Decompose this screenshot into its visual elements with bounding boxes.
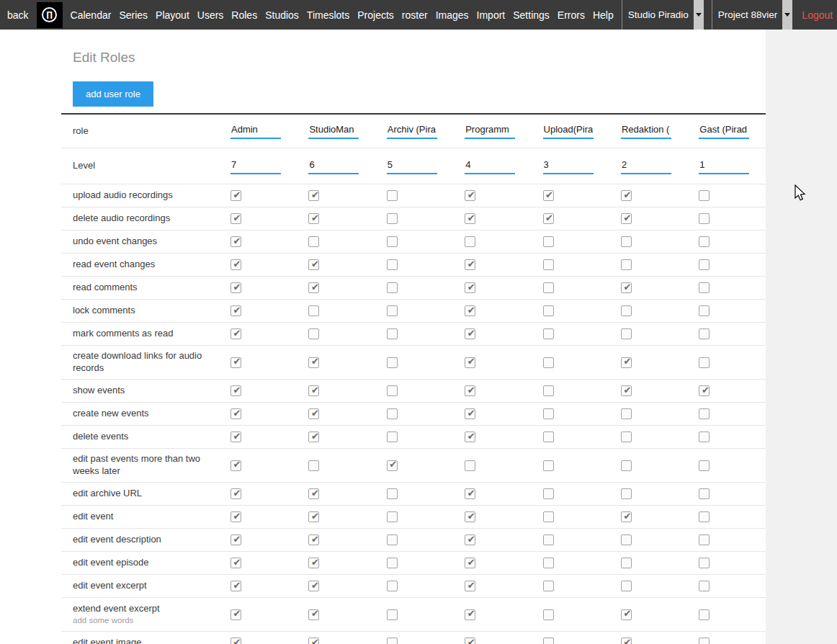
- permission-checkbox-col4[interactable]: ✔: [465, 408, 475, 419]
- permission-checkbox-col2[interactable]: ✔: [308, 259, 319, 270]
- permission-checkbox-col2[interactable]: ✔: [308, 511, 319, 522]
- role-level-input-3[interactable]: [387, 158, 437, 174]
- role-name-input-5[interactable]: [543, 123, 594, 139]
- permission-checkbox-col6[interactable]: ✔: [621, 357, 632, 368]
- permission-checkbox-col3[interactable]: [387, 190, 398, 201]
- permission-checkbox-col6[interactable]: [621, 558, 632, 568]
- permission-checkbox-col6[interactable]: [621, 488, 632, 499]
- role-level-input-5[interactable]: [543, 158, 594, 174]
- permission-checkbox-col4[interactable]: ✔: [465, 558, 475, 568]
- logout-link[interactable]: Logout: [802, 9, 833, 21]
- permission-checkbox-col7[interactable]: [699, 431, 710, 442]
- permission-checkbox-col5[interactable]: [543, 236, 554, 247]
- nav-item-projects[interactable]: Projects: [357, 9, 394, 21]
- permission-checkbox-col1[interactable]: ✔: [230, 535, 241, 545]
- permission-checkbox-col4[interactable]: ✔: [465, 535, 475, 545]
- permission-checkbox-col4[interactable]: ✔: [465, 213, 475, 224]
- role-name-input-3[interactable]: [387, 123, 437, 139]
- permission-checkbox-col4[interactable]: ✔: [465, 357, 475, 368]
- permission-checkbox-col7[interactable]: [699, 328, 710, 339]
- permission-checkbox-col7[interactable]: [699, 190, 710, 201]
- permission-checkbox-col5[interactable]: [543, 328, 554, 339]
- permission-checkbox-col7[interactable]: [699, 282, 710, 293]
- role-name-input-6[interactable]: [621, 123, 671, 139]
- permission-checkbox-col2[interactable]: ✔: [308, 581, 319, 591]
- project-select[interactable]: Project 88vier: [712, 0, 793, 30]
- permission-checkbox-col3[interactable]: [387, 328, 398, 339]
- permission-checkbox-col4[interactable]: [465, 236, 475, 247]
- permission-checkbox-col3[interactable]: [387, 305, 398, 316]
- permission-checkbox-col7[interactable]: [699, 236, 710, 247]
- permission-checkbox-col4[interactable]: ✔: [465, 328, 475, 339]
- permission-checkbox-col5[interactable]: [543, 609, 554, 620]
- nav-item-series[interactable]: Series: [119, 9, 148, 21]
- permission-checkbox-col6[interactable]: ✔: [621, 511, 632, 522]
- permission-checkbox-col1[interactable]: ✔: [230, 581, 241, 591]
- back-button[interactable]: back: [7, 9, 29, 21]
- permission-checkbox-col4[interactable]: ✔: [465, 638, 475, 644]
- permission-checkbox-col2[interactable]: [308, 328, 319, 339]
- add-user-role-button[interactable]: add user role: [73, 81, 153, 107]
- permission-checkbox-col3[interactable]: [387, 357, 398, 368]
- permission-checkbox-col2[interactable]: ✔: [308, 408, 319, 419]
- role-name-input-1[interactable]: [230, 123, 281, 139]
- permission-checkbox-col5[interactable]: [543, 385, 554, 396]
- permission-checkbox-col7[interactable]: [699, 558, 710, 568]
- role-level-input-4[interactable]: [465, 158, 515, 174]
- permission-checkbox-col2[interactable]: ✔: [308, 282, 319, 293]
- permission-checkbox-col2[interactable]: ✔: [308, 385, 319, 396]
- permission-checkbox-col5[interactable]: [543, 431, 554, 442]
- permission-checkbox-col5[interactable]: [543, 282, 554, 293]
- role-name-input-7[interactable]: [699, 123, 749, 139]
- project-select-arrow-strip[interactable]: [782, 0, 792, 30]
- permission-checkbox-col4[interactable]: ✔: [465, 259, 475, 270]
- permission-checkbox-col1[interactable]: ✔: [230, 190, 241, 201]
- nav-item-import[interactable]: Import: [477, 9, 506, 21]
- permission-checkbox-col1[interactable]: ✔: [230, 305, 241, 316]
- permission-checkbox-col2[interactable]: ✔: [308, 535, 319, 545]
- permission-checkbox-col1[interactable]: ✔: [230, 328, 241, 339]
- role-level-input-1[interactable]: [230, 158, 281, 174]
- permission-checkbox-col7[interactable]: [699, 511, 710, 522]
- studio-select[interactable]: Studio Piradio: [622, 0, 704, 30]
- permission-checkbox-col1[interactable]: ✔: [230, 259, 241, 270]
- permission-checkbox-col4[interactable]: ✔: [465, 305, 475, 316]
- permission-checkbox-col6[interactable]: [621, 328, 632, 339]
- permission-checkbox-col5[interactable]: [543, 488, 554, 499]
- permission-checkbox-col2[interactable]: ✔: [308, 488, 319, 499]
- role-level-input-6[interactable]: [621, 158, 671, 174]
- nav-item-timeslots[interactable]: Timeslots: [307, 9, 349, 21]
- permission-checkbox-col7[interactable]: [699, 460, 710, 471]
- permission-checkbox-col1[interactable]: ✔: [230, 511, 241, 522]
- permission-checkbox-col2[interactable]: ✔: [308, 357, 319, 368]
- permission-checkbox-col5[interactable]: [543, 638, 554, 644]
- permission-checkbox-col3[interactable]: [387, 385, 398, 396]
- permission-checkbox-col1[interactable]: ✔: [230, 558, 241, 568]
- permission-checkbox-col4[interactable]: ✔: [465, 385, 475, 396]
- permission-checkbox-col6[interactable]: ✔: [621, 282, 632, 293]
- permission-checkbox-col4[interactable]: ✔: [465, 190, 475, 201]
- permission-checkbox-col3[interactable]: [387, 408, 398, 419]
- permission-checkbox-col3[interactable]: [387, 488, 398, 499]
- permission-checkbox-col2[interactable]: ✔: [308, 213, 319, 224]
- permission-checkbox-col1[interactable]: ✔: [230, 385, 241, 396]
- permission-checkbox-col1[interactable]: ✔: [230, 357, 241, 368]
- permission-checkbox-col4[interactable]: ✔: [465, 488, 475, 499]
- permission-checkbox-col1[interactable]: ✔: [230, 638, 241, 644]
- permission-checkbox-col7[interactable]: [699, 581, 710, 591]
- permission-checkbox-col2[interactable]: [308, 305, 319, 316]
- permission-checkbox-col1[interactable]: ✔: [230, 609, 241, 620]
- role-level-input-2[interactable]: [308, 158, 359, 174]
- permission-checkbox-col7[interactable]: [699, 213, 710, 224]
- permission-checkbox-col2[interactable]: ✔: [308, 190, 319, 201]
- nav-item-errors[interactable]: Errors: [558, 9, 585, 21]
- permission-checkbox-col5[interactable]: [543, 581, 554, 591]
- permission-checkbox-col6[interactable]: ✔: [621, 213, 632, 224]
- permission-checkbox-col1[interactable]: ✔: [230, 236, 241, 247]
- permission-checkbox-col4[interactable]: [465, 460, 475, 471]
- permission-checkbox-col4[interactable]: ✔: [465, 511, 475, 522]
- permission-checkbox-col6[interactable]: [621, 581, 632, 591]
- permission-checkbox-col3[interactable]: ✔: [387, 460, 398, 471]
- permission-checkbox-col5[interactable]: [543, 408, 554, 419]
- permission-checkbox-col2[interactable]: ✔: [308, 609, 319, 620]
